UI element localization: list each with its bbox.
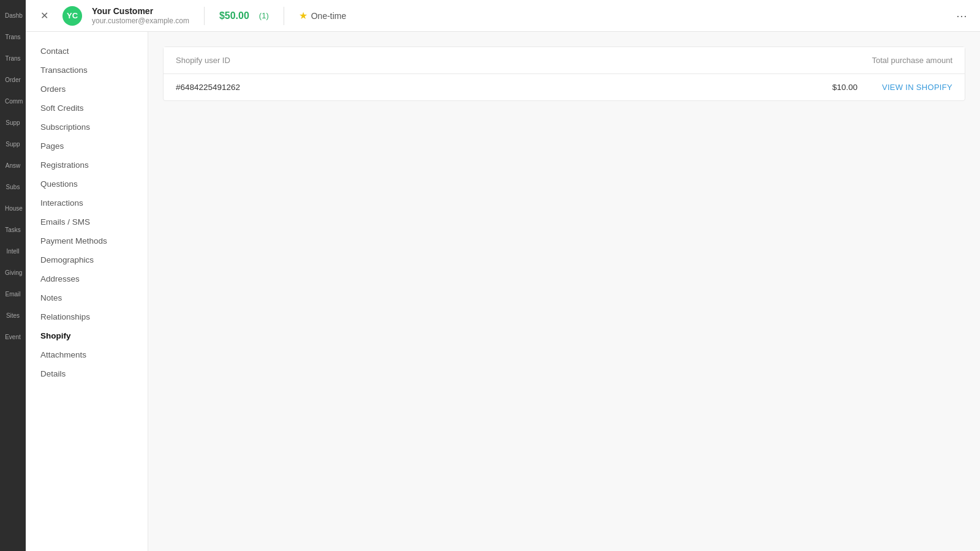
amount-cell: $10.00 (832, 83, 858, 92)
more-button[interactable]: ⋯ (953, 7, 970, 24)
sidebar-item-registrations[interactable]: Registrations (26, 156, 148, 174)
sidebar-item-contact[interactable]: Contact (26, 42, 148, 61)
sidebar-item-details[interactable]: Details (26, 364, 148, 383)
amount-badge: $50.00 (219, 10, 249, 21)
sidebar-item-support[interactable]: Supp (0, 112, 26, 133)
sidebar-item-orders[interactable]: Order (0, 69, 26, 91)
side-nav: ContactTransactionsOrdersSoft CreditsSub… (26, 32, 148, 551)
sidebar-item-notes[interactable]: Notes (26, 288, 148, 307)
col-header-amount: Total purchase amount (693, 56, 952, 65)
sidebar-item-shopify[interactable]: Shopify (26, 326, 148, 345)
sidebar-item-house[interactable]: House (0, 198, 26, 219)
sidebar-item-comm[interactable]: Comm (0, 91, 26, 112)
sidebar-item-dashboard[interactable]: Dashb (0, 5, 26, 26)
sidebar-item-subs[interactable]: Subs (0, 176, 26, 198)
customer-name: Your Customer (92, 6, 189, 16)
sidebar-item-intelli[interactable]: Intell (0, 241, 26, 262)
avatar: YC (62, 6, 82, 26)
sidebar-item-answers[interactable]: Answ (0, 155, 26, 176)
sidebar-item-orders[interactable]: Orders (26, 80, 148, 99)
sidebar-item-tasks[interactable]: Tasks (0, 219, 26, 241)
close-button[interactable]: ✕ (36, 7, 53, 24)
star-icon: ★ (299, 10, 307, 21)
top-header: ✕ YC Your Customer your.customer@example… (26, 0, 980, 32)
left-sidebar: Dashb Trans Trans Order Comm Supp Supp A… (0, 0, 26, 551)
sidebar-item-giving[interactable]: Giving (0, 262, 26, 283)
badge-label: One-time (311, 11, 347, 21)
sidebar-item-demographics[interactable]: Demographics (26, 250, 148, 269)
sidebar-item-payment-methods[interactable]: Payment Methods (26, 231, 148, 250)
col-header-shopify-id: Shopify user ID (176, 56, 693, 65)
amount-count: (1) (259, 11, 269, 20)
header-divider (204, 7, 205, 25)
sidebar-item-relationships[interactable]: Relationships (26, 307, 148, 326)
sidebar-item-email[interactable]: Email (0, 283, 26, 305)
more-icon: ⋯ (956, 9, 967, 23)
table-header: Shopify user ID Total purchase amount (164, 47, 965, 74)
sidebar-item-subscriptions[interactable]: Subscriptions (26, 118, 148, 137)
sidebar-item-support2[interactable]: Supp (0, 133, 26, 155)
one-time-badge: ★ One-time (299, 10, 347, 21)
sidebar-item-transactions[interactable]: Transactions (26, 61, 148, 80)
main-overlay: ✕ YC Your Customer your.customer@example… (26, 0, 980, 551)
sidebar-item-questions[interactable]: Questions (26, 174, 148, 193)
sidebar-item-emails-sms[interactable]: Emails / SMS (26, 212, 148, 231)
sidebar-item-interactions[interactable]: Interactions (26, 193, 148, 212)
sidebar-item-events[interactable]: Event (0, 326, 26, 348)
sidebar-item-trans[interactable]: Trans (0, 26, 26, 48)
row-right: $10.00 VIEW IN SHOPIFY (832, 83, 952, 92)
sidebar-item-attachments[interactable]: Attachments (26, 345, 148, 364)
view-in-shopify-link[interactable]: VIEW IN SHOPIFY (882, 83, 952, 92)
shopify-table: Shopify user ID Total purchase amount #6… (163, 47, 965, 101)
table-row: #6484225491262 $10.00 VIEW IN SHOPIFY (164, 74, 965, 100)
customer-email: your.customer@example.com (92, 17, 189, 25)
close-icon: ✕ (40, 10, 48, 21)
sidebar-item-soft-credits[interactable]: Soft Credits (26, 99, 148, 118)
main-content: Shopify user ID Total purchase amount #6… (148, 32, 980, 551)
content-area: ContactTransactionsOrdersSoft CreditsSub… (26, 32, 980, 551)
sidebar-item-addresses[interactable]: Addresses (26, 269, 148, 288)
customer-info: Your Customer your.customer@example.com (92, 6, 189, 25)
sidebar-item-sites[interactable]: Sites (0, 305, 26, 326)
header-divider-2 (284, 7, 284, 25)
shopify-id-cell: #6484225491262 (176, 83, 832, 92)
sidebar-item-pages[interactable]: Pages (26, 137, 148, 156)
sidebar-item-trans2[interactable]: Trans (0, 48, 26, 69)
